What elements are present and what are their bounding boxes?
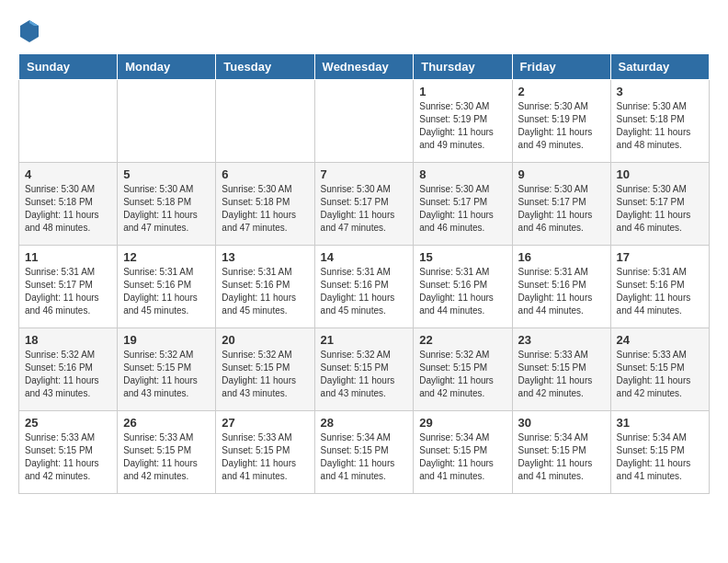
day-header-monday: Monday: [118, 54, 216, 80]
day-header-tuesday: Tuesday: [216, 54, 314, 80]
day-info: Sunrise: 5:32 AM Sunset: 5:15 PM Dayligh…: [123, 349, 210, 400]
day-info: Sunrise: 5:34 AM Sunset: 5:15 PM Dayligh…: [518, 431, 605, 483]
calendar-cell: 10Sunrise: 5:30 AM Sunset: 5:17 PM Dayli…: [610, 163, 709, 246]
calendar-cell: 2Sunrise: 5:30 AM Sunset: 5:19 PM Daylig…: [512, 80, 610, 163]
day-number: 16: [518, 250, 605, 264]
day-number: 30: [518, 416, 605, 430]
day-header-saturday: Saturday: [610, 54, 709, 80]
day-info: Sunrise: 5:30 AM Sunset: 5:19 PM Dayligh…: [518, 100, 605, 152]
day-info: Sunrise: 5:33 AM Sunset: 5:15 PM Dayligh…: [222, 431, 308, 483]
calendar-cell: 15Sunrise: 5:31 AM Sunset: 5:16 PM Dayli…: [414, 246, 512, 328]
day-info: Sunrise: 5:32 AM Sunset: 5:15 PM Dayligh…: [419, 349, 506, 400]
day-info: Sunrise: 5:31 AM Sunset: 5:16 PM Dayligh…: [222, 266, 308, 317]
day-number: 8: [419, 167, 506, 181]
calendar-cell: [314, 80, 414, 163]
calendar-cell: 3Sunrise: 5:30 AM Sunset: 5:18 PM Daylig…: [610, 80, 709, 163]
calendar-cell: 14Sunrise: 5:31 AM Sunset: 5:16 PM Dayli…: [314, 246, 414, 328]
calendar-cell: 7Sunrise: 5:30 AM Sunset: 5:17 PM Daylig…: [314, 163, 414, 246]
day-info: Sunrise: 5:33 AM Sunset: 5:15 PM Dayligh…: [123, 431, 210, 483]
calendar-cell: 20Sunrise: 5:32 AM Sunset: 5:15 PM Dayli…: [216, 328, 314, 411]
calendar-cell: 27Sunrise: 5:33 AM Sunset: 5:15 PM Dayli…: [216, 411, 314, 494]
day-number: 24: [617, 333, 703, 347]
calendar-week-row: 1Sunrise: 5:30 AM Sunset: 5:19 PM Daylig…: [19, 80, 710, 163]
calendar-cell: 11Sunrise: 5:31 AM Sunset: 5:17 PM Dayli…: [19, 246, 118, 328]
day-number: 21: [321, 333, 408, 347]
day-info: Sunrise: 5:31 AM Sunset: 5:17 PM Dayligh…: [25, 266, 111, 317]
calendar-cell: [118, 80, 216, 163]
day-number: 10: [617, 167, 703, 181]
day-info: Sunrise: 5:34 AM Sunset: 5:15 PM Dayligh…: [419, 431, 506, 483]
page-header: [18, 18, 710, 44]
calendar-cell: 29Sunrise: 5:34 AM Sunset: 5:15 PM Dayli…: [414, 411, 512, 494]
calendar-cell: 8Sunrise: 5:30 AM Sunset: 5:17 PM Daylig…: [414, 163, 512, 246]
day-number: 9: [518, 167, 605, 181]
day-info: Sunrise: 5:30 AM Sunset: 5:17 PM Dayligh…: [617, 183, 703, 235]
calendar-cell: 24Sunrise: 5:33 AM Sunset: 5:15 PM Dayli…: [610, 328, 709, 411]
day-number: 19: [123, 333, 210, 347]
logo-icon: [18, 18, 40, 44]
day-number: 17: [617, 250, 703, 264]
calendar-cell: 9Sunrise: 5:30 AM Sunset: 5:17 PM Daylig…: [512, 163, 610, 246]
day-info: Sunrise: 5:30 AM Sunset: 5:17 PM Dayligh…: [321, 183, 408, 235]
day-info: Sunrise: 5:30 AM Sunset: 5:18 PM Dayligh…: [222, 183, 308, 235]
day-info: Sunrise: 5:34 AM Sunset: 5:15 PM Dayligh…: [617, 431, 703, 483]
day-number: 4: [25, 167, 111, 181]
day-number: 31: [617, 416, 703, 430]
day-info: Sunrise: 5:34 AM Sunset: 5:15 PM Dayligh…: [321, 431, 408, 483]
day-number: 27: [222, 416, 308, 430]
day-header-friday: Friday: [512, 54, 610, 80]
day-info: Sunrise: 5:31 AM Sunset: 5:16 PM Dayligh…: [321, 266, 408, 317]
day-number: 3: [617, 85, 703, 98]
calendar-cell: 23Sunrise: 5:33 AM Sunset: 5:15 PM Dayli…: [512, 328, 610, 411]
calendar-cell: 21Sunrise: 5:32 AM Sunset: 5:15 PM Dayli…: [314, 328, 414, 411]
calendar-cell: 16Sunrise: 5:31 AM Sunset: 5:16 PM Dayli…: [512, 246, 610, 328]
calendar-cell: 13Sunrise: 5:31 AM Sunset: 5:16 PM Dayli…: [216, 246, 314, 328]
day-number: 12: [123, 250, 210, 264]
day-number: 18: [25, 333, 111, 347]
day-info: Sunrise: 5:31 AM Sunset: 5:16 PM Dayligh…: [617, 266, 703, 317]
day-info: Sunrise: 5:30 AM Sunset: 5:18 PM Dayligh…: [617, 100, 703, 152]
day-header-thursday: Thursday: [414, 54, 512, 80]
calendar-cell: 30Sunrise: 5:34 AM Sunset: 5:15 PM Dayli…: [512, 411, 610, 494]
calendar-cell: [216, 80, 314, 163]
day-number: 13: [222, 250, 308, 264]
day-info: Sunrise: 5:30 AM Sunset: 5:19 PM Dayligh…: [419, 100, 506, 152]
calendar-cell: 25Sunrise: 5:33 AM Sunset: 5:15 PM Dayli…: [19, 411, 118, 494]
calendar-week-row: 25Sunrise: 5:33 AM Sunset: 5:15 PM Dayli…: [19, 411, 710, 494]
logo: [18, 18, 44, 44]
calendar-cell: 12Sunrise: 5:31 AM Sunset: 5:16 PM Dayli…: [118, 246, 216, 328]
day-number: 2: [518, 85, 605, 98]
calendar-week-row: 18Sunrise: 5:32 AM Sunset: 5:16 PM Dayli…: [19, 328, 710, 411]
svg-marker-0: [20, 20, 39, 42]
calendar-week-row: 4Sunrise: 5:30 AM Sunset: 5:18 PM Daylig…: [19, 163, 710, 246]
calendar-cell: 31Sunrise: 5:34 AM Sunset: 5:15 PM Dayli…: [610, 411, 709, 494]
day-info: Sunrise: 5:33 AM Sunset: 5:15 PM Dayligh…: [25, 431, 111, 483]
calendar-cell: 17Sunrise: 5:31 AM Sunset: 5:16 PM Dayli…: [610, 246, 709, 328]
day-number: 6: [222, 167, 308, 181]
day-info: Sunrise: 5:30 AM Sunset: 5:17 PM Dayligh…: [419, 183, 506, 235]
calendar-cell: 22Sunrise: 5:32 AM Sunset: 5:15 PM Dayli…: [414, 328, 512, 411]
day-info: Sunrise: 5:30 AM Sunset: 5:18 PM Dayligh…: [25, 183, 111, 235]
day-number: 29: [419, 416, 506, 430]
day-number: 14: [321, 250, 408, 264]
calendar: SundayMondayTuesdayWednesdayThursdayFrid…: [18, 53, 710, 494]
day-number: 5: [123, 167, 210, 181]
calendar-cell: 26Sunrise: 5:33 AM Sunset: 5:15 PM Dayli…: [118, 411, 216, 494]
calendar-cell: [19, 80, 118, 163]
day-number: 15: [419, 250, 506, 264]
day-number: 20: [222, 333, 308, 347]
day-number: 23: [518, 333, 605, 347]
day-info: Sunrise: 5:33 AM Sunset: 5:15 PM Dayligh…: [617, 349, 703, 400]
calendar-header-row: SundayMondayTuesdayWednesdayThursdayFrid…: [19, 54, 710, 80]
calendar-cell: 19Sunrise: 5:32 AM Sunset: 5:15 PM Dayli…: [118, 328, 216, 411]
day-number: 26: [123, 416, 210, 430]
calendar-cell: 4Sunrise: 5:30 AM Sunset: 5:18 PM Daylig…: [19, 163, 118, 246]
calendar-cell: 18Sunrise: 5:32 AM Sunset: 5:16 PM Dayli…: [19, 328, 118, 411]
calendar-cell: 28Sunrise: 5:34 AM Sunset: 5:15 PM Dayli…: [314, 411, 414, 494]
day-info: Sunrise: 5:32 AM Sunset: 5:16 PM Dayligh…: [25, 349, 111, 400]
day-header-sunday: Sunday: [19, 54, 118, 80]
day-info: Sunrise: 5:31 AM Sunset: 5:16 PM Dayligh…: [123, 266, 210, 317]
day-number: 7: [321, 167, 408, 181]
day-header-wednesday: Wednesday: [314, 54, 414, 80]
day-number: 28: [321, 416, 408, 430]
